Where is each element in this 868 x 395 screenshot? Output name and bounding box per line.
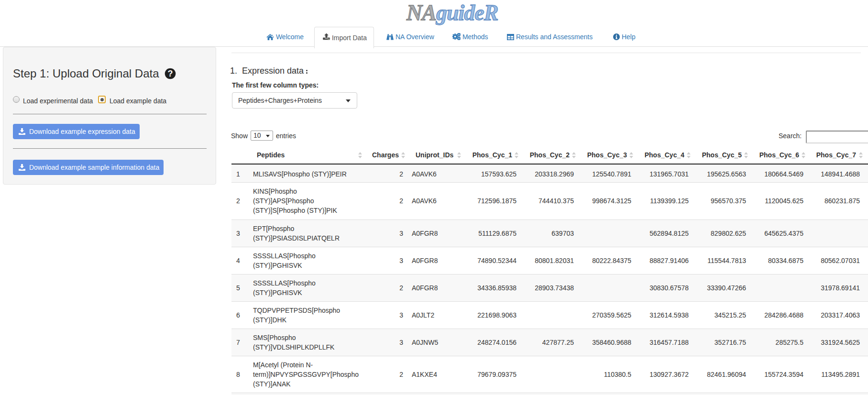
svg-text:?: ?	[168, 69, 173, 78]
svg-text:NAguideR: NAguideR	[406, 0, 498, 25]
